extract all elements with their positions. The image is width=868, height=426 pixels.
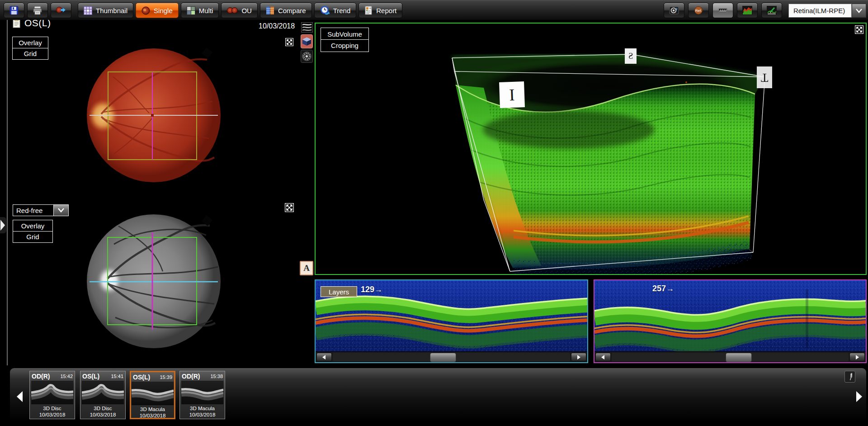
annotation-button[interactable]: A <box>300 261 313 275</box>
save-button[interactable] <box>4 3 24 18</box>
exam-thumbnail-selected[interactable]: OS(L)15:39 3D Macula10/03/2018 <box>130 371 175 419</box>
volume-3d-viewport[interactable]: SubVolume Cropping S T I <box>315 23 867 275</box>
single-icon <box>142 6 150 15</box>
volume-expand-button[interactable] <box>855 25 863 36</box>
chevron-down-icon <box>53 205 68 216</box>
scan-type: 3D Macula <box>180 405 225 412</box>
edit-layers-button[interactable] <box>761 3 782 18</box>
arrow-left-icon <box>321 355 327 360</box>
color-fundus-image <box>87 47 221 182</box>
redfree-overlay-button[interactable]: Overlay <box>13 220 53 232</box>
scale-button[interactable] <box>712 3 733 18</box>
compare-icon <box>266 6 274 15</box>
scrollbar-track[interactable] <box>333 353 570 361</box>
volume-3d-mode-button[interactable] <box>301 34 313 50</box>
report-icon <box>364 6 373 15</box>
fundus-filter-value: Red-free <box>13 205 53 216</box>
tab-multi-label: Multi <box>199 7 213 14</box>
fundus-overlay-button[interactable]: Overlay <box>12 37 48 48</box>
cropping-button[interactable]: Cropping <box>321 39 369 52</box>
tab-thumbnail[interactable]: Thumbnail <box>78 3 133 18</box>
trend-icon <box>320 6 330 15</box>
ou-icon <box>227 7 238 14</box>
redfree-grid-button[interactable]: Grid <box>13 231 53 243</box>
scrollbar-thumb[interactable] <box>726 353 752 362</box>
tab-multi[interactable]: Multi <box>181 3 219 18</box>
bscan-horizontal-scrollbar[interactable] <box>316 351 587 362</box>
bscan-stack-mode-button[interactable] <box>301 22 313 34</box>
pencil-icon <box>767 6 777 15</box>
exam-thumbnail[interactable]: OD(R)15:38 3D Macula10/03/2018 <box>179 371 225 419</box>
exam-thumbnail-image <box>82 381 124 404</box>
filmstrip-scroll-right-button[interactable] <box>854 386 865 407</box>
bscan-vertical-viewport[interactable]: 257→ <box>594 279 867 363</box>
pushpin-icon <box>848 373 852 381</box>
bscan-horizontal-slice-number: 129→ <box>361 285 382 294</box>
fundus-expand-button[interactable] <box>285 38 293 48</box>
scan-type: 3D Disc <box>80 405 125 412</box>
bscan-vertical-scrollbar[interactable] <box>594 351 866 362</box>
scrollbar-track[interactable] <box>612 353 849 361</box>
filmstrip-pin-button[interactable] <box>844 371 855 383</box>
scan-type: 3D Disc <box>30 405 75 412</box>
toolbar: Thumbnail Single Multi OU Compare Trend … <box>0 0 868 20</box>
arrow-right-icon <box>856 391 863 402</box>
reference-button[interactable]: Ref. <box>688 3 709 18</box>
bscan-horizontal-viewport[interactable]: Layers 129→ <box>315 279 588 363</box>
thickness-map-icon <box>742 6 752 15</box>
scrollbar-thumb[interactable] <box>430 353 456 362</box>
exam-filmstrip: OD(R)15:42 3D Disc10/03/2018 OS(L)15:41 … <box>10 368 866 422</box>
arrow-left-icon <box>16 391 23 402</box>
scroll-left-button[interactable] <box>595 353 611 361</box>
tab-ou[interactable]: OU <box>221 3 258 18</box>
arrow-right-icon <box>576 355 581 360</box>
tab-ou-label: OU <box>241 7 252 14</box>
redfree-fundus-image <box>87 214 221 348</box>
tab-trend[interactable]: Trend <box>314 3 357 18</box>
scroll-right-button[interactable] <box>849 353 865 361</box>
segmentation-layer-value: Retina(ILM-RPE) <box>788 4 852 18</box>
orientation-label-temporal: T <box>757 66 772 88</box>
exam-thumbnail[interactable]: OD(R)15:42 3D Disc10/03/2018 <box>29 371 75 419</box>
redfree-expand-button[interactable] <box>285 203 294 214</box>
photo-capture-button[interactable] <box>664 3 684 18</box>
collapse-panel-tab[interactable] <box>0 217 6 233</box>
print-button[interactable] <box>27 3 48 18</box>
radial-scan-mode-button[interactable] <box>301 50 313 65</box>
scan-date: 10/03/2018 <box>259 22 295 30</box>
exam-thumbnail-image <box>31 381 73 404</box>
thickness-map-button[interactable] <box>737 3 758 18</box>
thumbnail-icon <box>84 6 92 15</box>
tab-thumbnail-label: Thumbnail <box>96 7 127 14</box>
export-icon <box>56 6 66 15</box>
filmstrip-scroll-left-button[interactable] <box>14 386 25 407</box>
toolbar-file-group <box>4 3 71 18</box>
tab-trend-label: Trend <box>333 7 351 14</box>
multi-icon <box>187 6 195 15</box>
bscan-vertical-image <box>594 280 866 352</box>
toolbar-view-tabs: Thumbnail Single Multi OU Compare Trend … <box>78 3 402 18</box>
scan-date: 10/03/2018 <box>30 412 75 418</box>
fundus-grid-button[interactable]: Grid <box>12 48 48 60</box>
camera-icon <box>669 6 679 15</box>
tab-report[interactable]: Report <box>359 3 402 18</box>
layers-button[interactable]: Layers <box>321 286 357 297</box>
export-button[interactable] <box>51 3 71 18</box>
tab-report-label: Report <box>376 7 396 14</box>
svg-text:Ref.: Ref. <box>695 9 702 13</box>
orientation-label-superior: S <box>625 48 637 64</box>
scroll-right-button[interactable] <box>571 353 586 361</box>
tab-single[interactable]: Single <box>136 3 179 18</box>
exam-thumbnail[interactable]: OS(L)15:41 3D Disc10/03/2018 <box>80 371 126 419</box>
fundus-filter-select[interactable]: Red-free <box>13 204 69 216</box>
tab-compare-label: Compare <box>278 7 306 14</box>
scroll-left-button[interactable] <box>316 353 332 361</box>
tab-single-label: Single <box>154 7 173 14</box>
exam-thumbnail-image <box>181 381 223 404</box>
scan-type: 3D Macula <box>131 406 174 412</box>
tab-compare[interactable]: Compare <box>260 3 312 18</box>
save-icon <box>9 6 19 15</box>
orientation-label-inferior: I <box>499 81 525 108</box>
segmentation-layer-select[interactable]: Retina(ILM-RPE) <box>788 4 866 17</box>
bscan-vertical-slice-number: 257→ <box>652 284 674 293</box>
